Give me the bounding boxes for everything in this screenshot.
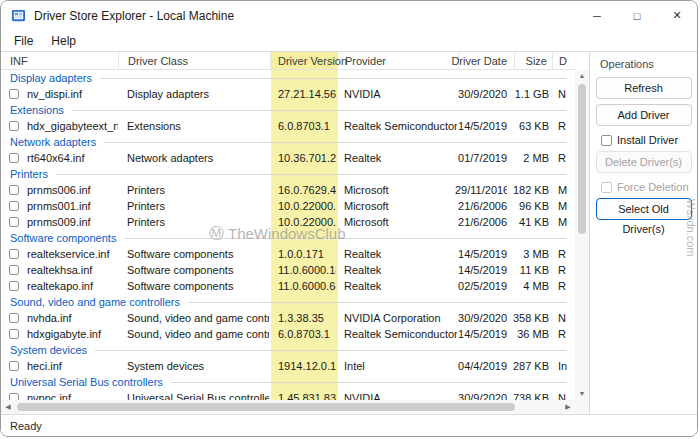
scroll-right-arrow-icon[interactable]: ▶ — [561, 400, 575, 414]
table-row[interactable]: prnms001.infPrinters10.0.22000.1Microsof… — [1, 198, 575, 214]
group-header[interactable]: Extensions — [1, 102, 575, 118]
column-header-truncated[interactable]: D — [553, 52, 575, 69]
table-header: INF Driver Class Driver Version Provider… — [1, 52, 575, 70]
column-header-driver-version[interactable]: Driver Version — [271, 52, 338, 69]
column-header-size[interactable]: Size — [515, 52, 553, 69]
install-driver-label: Install Driver — [617, 134, 678, 146]
checkbox-icon[interactable] — [601, 182, 612, 193]
group-separator-line — [104, 142, 567, 143]
select-old-drivers-button[interactable]: Select Old Driver(s) — [596, 198, 692, 220]
column-header-inf[interactable]: INF — [1, 52, 119, 69]
table-row[interactable]: prnms006.infPrinters16.0.7629.4000Micros… — [1, 182, 575, 198]
cell-provider: Microsoft — [344, 198, 457, 214]
column-header-driver-class[interactable]: Driver Class — [119, 52, 271, 69]
row-checkbox[interactable] — [9, 393, 19, 400]
cell-provider: Realtek Semiconductor Corp. — [344, 118, 457, 134]
table-row[interactable]: prnms009.infPrinters10.0.22000.1Microsof… — [1, 214, 575, 230]
close-button[interactable]: ✕ — [657, 1, 697, 30]
row-checkbox[interactable] — [9, 249, 19, 259]
status-bar: Ready — [1, 414, 697, 436]
row-checkbox[interactable] — [9, 121, 19, 131]
cell-extra: N — [558, 86, 575, 102]
table-row[interactable]: nvpnc.infUniversal Serial Bus controller… — [1, 390, 575, 400]
cell-date: 02/5/2019 — [455, 278, 507, 294]
cell-extra: R — [558, 246, 575, 262]
table-row[interactable]: rt640x64.infNetwork adapters10.36.701.20… — [1, 150, 575, 166]
horizontal-scrollbar-thumb[interactable] — [17, 403, 515, 411]
cell-extra: R — [558, 118, 575, 134]
delete-drivers-button[interactable]: Delete Driver(s) — [596, 151, 692, 173]
vertical-scrollbar[interactable]: ▲ ▼ — [575, 70, 589, 400]
cell-extra: R — [558, 262, 575, 278]
cell-inf: nvpnc.inf — [27, 390, 118, 400]
group-header[interactable]: Software components — [1, 230, 575, 246]
force-deletion-checkbox[interactable]: Force Deletion — [601, 181, 697, 193]
group-header[interactable]: Universal Serial Bus controllers — [1, 374, 575, 390]
cell-size: 358 KB — [509, 310, 549, 326]
cell-date: 29/11/2016 — [455, 182, 507, 198]
group-header[interactable]: Display adapters — [1, 70, 575, 86]
table-row[interactable]: realtekapo.infSoftware components11.0.60… — [1, 278, 575, 294]
table-row[interactable]: heci.infSystem devices1914.12.0.1256Inte… — [1, 358, 575, 374]
cell-provider: NVIDIA — [344, 390, 457, 400]
cell-inf: nvhda.inf — [27, 310, 118, 326]
row-checkbox[interactable] — [9, 361, 19, 371]
column-header-driver-date[interactable]: Driver Date — [459, 52, 515, 69]
cell-size: 36 MB — [509, 326, 549, 342]
row-checkbox[interactable] — [9, 313, 19, 323]
titlebar: Driver Store Explorer - Local Machine ─ … — [1, 1, 697, 30]
refresh-button[interactable]: Refresh — [596, 77, 692, 99]
table-row[interactable]: hdx_gigabyteext_rtk.infExtensions6.0.870… — [1, 118, 575, 134]
cell-version: 6.0.8703.1 — [278, 326, 336, 342]
menu-file[interactable]: File — [5, 32, 42, 50]
table-row[interactable]: realtekhsa.infSoftware components11.0.60… — [1, 262, 575, 278]
cell-extra: In — [558, 358, 575, 374]
cell-version: 1.3.38.35 — [278, 310, 336, 326]
table-row[interactable]: hdxgigabyte.infSound, video and game con… — [1, 326, 575, 342]
row-checkbox[interactable] — [9, 185, 19, 195]
scroll-left-arrow-icon[interactable]: ◀ — [1, 400, 15, 414]
maximize-button[interactable]: □ — [617, 1, 657, 30]
group-label: Sound, video and game controllers — [10, 296, 180, 308]
group-separator-line — [95, 350, 567, 351]
checkbox-icon[interactable] — [601, 135, 612, 146]
row-checkbox[interactable] — [9, 217, 19, 227]
group-header[interactable]: Printers — [1, 166, 575, 182]
cell-date: 14/5/2019 — [455, 262, 507, 278]
group-header[interactable]: System devices — [1, 342, 575, 358]
group-header[interactable]: Sound, video and game controllers — [1, 294, 575, 310]
cell-extra: R — [558, 150, 575, 166]
group-separator-line — [72, 110, 567, 111]
row-checkbox[interactable] — [9, 89, 19, 99]
group-header[interactable]: Network adapters — [1, 134, 575, 150]
add-driver-button[interactable]: Add Driver — [596, 104, 692, 126]
scrollbar-corner — [575, 400, 589, 414]
cell-extra: N — [558, 390, 575, 400]
row-checkbox[interactable] — [9, 201, 19, 211]
cell-version: 27.21.14.5671 — [278, 86, 336, 102]
cell-date: 30/9/2020 — [455, 86, 507, 102]
cell-class: Printers — [127, 214, 269, 230]
horizontal-scrollbar[interactable]: ◀ ▶ — [1, 400, 575, 414]
row-checkbox[interactable] — [9, 153, 19, 163]
row-checkbox[interactable] — [9, 265, 19, 275]
group-label: Software components — [10, 232, 116, 244]
cell-inf: hdx_gigabyteext_rtk.inf — [27, 118, 118, 134]
minimize-button[interactable]: ─ — [577, 1, 617, 30]
table-row[interactable]: realtekservice.infSoftware components1.0… — [1, 246, 575, 262]
cell-class: Sound, video and game controllers — [127, 326, 269, 342]
row-checkbox[interactable] — [9, 281, 19, 291]
row-checkbox[interactable] — [9, 329, 19, 339]
scroll-up-arrow-icon[interactable]: ▲ — [575, 70, 589, 82]
driver-table: INF Driver Class Driver Version Provider… — [1, 52, 589, 414]
table-row[interactable]: nv_dispi.infDisplay adapters27.21.14.567… — [1, 86, 575, 102]
cell-date: 21/6/2006 — [455, 214, 507, 230]
menu-help[interactable]: Help — [42, 32, 85, 50]
scroll-down-arrow-icon[interactable]: ▼ — [575, 388, 589, 400]
cell-extra: M — [558, 182, 575, 198]
vertical-scrollbar-thumb[interactable] — [578, 84, 586, 234]
install-driver-checkbox[interactable]: Install Driver — [601, 134, 697, 146]
cell-inf: realtekservice.inf — [27, 246, 118, 262]
table-row[interactable]: nvhda.infSound, video and game controlle… — [1, 310, 575, 326]
column-header-provider[interactable]: Provider — [338, 52, 459, 69]
